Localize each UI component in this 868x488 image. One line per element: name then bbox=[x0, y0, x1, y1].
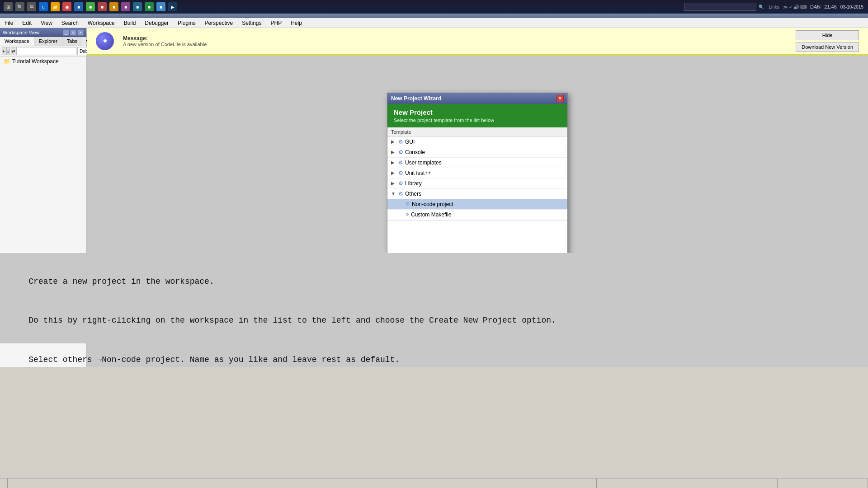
menu-edit[interactable]: Edit bbox=[18, 19, 36, 27]
template-item-gui[interactable]: ▶ ⚙ GUI bbox=[387, 137, 567, 147]
start-button[interactable]: ⊞ bbox=[4, 2, 13, 11]
notification-text: Message: A new version of CodeLite is av… bbox=[123, 35, 787, 47]
template-empty-area bbox=[387, 221, 567, 257]
template-label: Template bbox=[387, 127, 567, 137]
panel-controls: _ ≡ × bbox=[63, 29, 84, 36]
tree-item-workspace[interactable]: 📁 Tutorial Workspace bbox=[0, 56, 86, 66]
gear-icon-makefile: ⚙ bbox=[406, 212, 409, 217]
workspace-tree-icon: 📁 bbox=[4, 58, 10, 65]
instruction-text: Create a new project in the workspace. D… bbox=[9, 262, 859, 379]
folder-icon[interactable]: 📁 bbox=[51, 2, 60, 11]
gear-icon-unittest: ⚙ bbox=[398, 170, 403, 176]
notification-icon: ✦ bbox=[96, 32, 114, 50]
template-label-console: Console bbox=[405, 149, 425, 155]
search-taskbar-icon[interactable]: 🔍 bbox=[15, 2, 24, 11]
message-label: Message: bbox=[123, 35, 787, 42]
instruction-line2: Do this by right-clicking on the workspa… bbox=[28, 316, 556, 325]
template-item-custom-makefile[interactable]: ▶ ⚙ Custom Makefile bbox=[387, 210, 567, 220]
menu-workspace[interactable]: Workspace bbox=[83, 19, 119, 27]
steam-icon[interactable]: ▶ bbox=[168, 2, 177, 11]
menu-php[interactable]: PHP bbox=[266, 19, 287, 27]
workspace-tabs: Workspace Explorer Tabs ▼ bbox=[0, 37, 86, 46]
status-segment-2 bbox=[8, 479, 597, 488]
menu-debugger[interactable]: Debugger bbox=[140, 19, 173, 27]
status-bar bbox=[0, 478, 868, 488]
status-segment-3 bbox=[597, 479, 687, 488]
taskbar-search-input[interactable] bbox=[684, 3, 756, 11]
toolbar-home-btn[interactable]: ⌂ bbox=[6, 47, 10, 55]
tab-explorer[interactable]: Explorer bbox=[34, 37, 62, 46]
menu-plugins[interactable]: Plugins bbox=[173, 19, 200, 27]
instruction-area: Create a new project in the workspace. D… bbox=[0, 253, 868, 343]
app8-icon[interactable]: ■ bbox=[156, 2, 165, 11]
menu-build[interactable]: Build bbox=[119, 19, 141, 27]
workspace-panel-title: Workspace View bbox=[3, 30, 40, 35]
menu-help[interactable]: Help bbox=[286, 19, 307, 27]
codelite-logo-icon: ✦ bbox=[102, 36, 108, 46]
ie-icon[interactable]: e bbox=[39, 2, 48, 11]
status-segment-1 bbox=[0, 479, 8, 488]
hide-button[interactable]: Hide bbox=[796, 30, 859, 40]
toolbar-sync-btn[interactable]: ⇄ bbox=[11, 47, 15, 55]
template-label-gui: GUI bbox=[405, 139, 415, 145]
taskbar-search-button[interactable]: 🔍 bbox=[759, 5, 764, 9]
template-label-unittest: UnitTest++ bbox=[405, 170, 431, 176]
task-view-icon[interactable]: ⧉ bbox=[27, 2, 36, 11]
workspace-path-input[interactable] bbox=[16, 47, 76, 55]
gear-icon-others: ⚙ bbox=[398, 191, 403, 197]
template-label-makefile: Custom Makefile bbox=[411, 211, 451, 218]
template-item-console[interactable]: ▶ ⚙ Console bbox=[387, 147, 567, 158]
panel-minimize-btn[interactable]: _ bbox=[63, 29, 69, 36]
menu-bar: File Edit View Search Workspace Build De… bbox=[0, 18, 868, 28]
template-item-others[interactable]: ▼ ⚙ Others bbox=[387, 189, 567, 199]
instruction-line1: Create a new project in the workspace. bbox=[28, 277, 214, 286]
taskbar-icons: ⊞ 🔍 ⧉ e 📁 ◉ ■ ■ ■ ■ ■ ■ ■ ■ ▶ bbox=[0, 2, 181, 11]
template-item-non-code[interactable]: ▶ ⚙ Non-code project bbox=[387, 199, 567, 210]
menu-file[interactable]: File bbox=[0, 19, 18, 27]
app2-icon[interactable]: ■ bbox=[86, 2, 95, 11]
workspace-panel-header: Workspace View _ ≡ × bbox=[0, 28, 86, 37]
download-new-version-button[interactable]: Download New Version bbox=[796, 42, 859, 52]
template-item-unittest[interactable]: ▶ ⚙ UnitTest++ bbox=[387, 168, 567, 178]
instruction-line3: Select others →Non-code project. Name as… bbox=[28, 355, 400, 364]
panel-settings-btn[interactable]: ≡ bbox=[70, 29, 76, 36]
toolbar-add-btn[interactable]: + bbox=[2, 47, 5, 55]
app7-icon[interactable]: ■ bbox=[145, 2, 154, 11]
system-icons: ≫ ✓ 🔊 ⌨ bbox=[783, 5, 807, 9]
message-content: A new version of CodeLite is available bbox=[123, 42, 787, 47]
app4-icon[interactable]: ■ bbox=[109, 2, 118, 11]
gear-icon-non-code: ⚙ bbox=[406, 201, 410, 207]
menu-view[interactable]: View bbox=[36, 19, 57, 27]
status-segment-5 bbox=[778, 479, 868, 488]
menu-perspective[interactable]: Perspective bbox=[200, 19, 237, 27]
clock: 21:46 bbox=[824, 4, 837, 9]
template-item-user-templates[interactable]: ▶ ⚙ User templates bbox=[387, 158, 567, 168]
taskbar: ⊞ 🔍 ⧉ e 📁 ◉ ■ ■ ■ ■ ■ ■ ■ ■ ▶ 🔍 Links ≫ … bbox=[0, 0, 868, 14]
app3-icon[interactable]: ■ bbox=[98, 2, 107, 11]
dialog-header-title: New Project bbox=[394, 108, 561, 116]
dialog-close-button[interactable]: × bbox=[557, 95, 564, 102]
chevron-right-icon-console: ▶ bbox=[391, 150, 396, 155]
user-label: DAN bbox=[810, 4, 821, 9]
chevron-right-icon-library: ▶ bbox=[391, 181, 396, 186]
app6-icon[interactable]: ■ bbox=[133, 2, 142, 11]
dialog-header-subtitle: Select the project template from the lis… bbox=[394, 117, 561, 123]
panel-close-btn[interactable]: × bbox=[77, 29, 84, 36]
notification-bar: ✦ Message: A new version of CodeLite is … bbox=[87, 28, 868, 55]
tab-workspace[interactable]: Workspace bbox=[0, 37, 34, 46]
template-item-library[interactable]: ▶ ⚙ Library bbox=[387, 178, 567, 189]
tab-tabs[interactable]: Tabs bbox=[62, 37, 82, 46]
menu-settings[interactable]: Settings bbox=[237, 19, 266, 27]
menu-search[interactable]: Search bbox=[57, 19, 83, 27]
dialog-title: New Project Wizard bbox=[391, 95, 441, 102]
notification-buttons: Hide Download New Version bbox=[796, 30, 859, 52]
chevron-down-icon-others: ▼ bbox=[391, 191, 396, 196]
gear-icon-library: ⚙ bbox=[398, 180, 403, 187]
chrome-icon[interactable]: ◉ bbox=[62, 2, 71, 11]
new-project-wizard-dialog: New Project Wizard × New Project Select … bbox=[387, 93, 568, 276]
gear-icon-console: ⚙ bbox=[398, 149, 403, 155]
app1-icon[interactable]: ■ bbox=[74, 2, 83, 11]
date: 03-10-2015 bbox=[840, 5, 863, 9]
dialog-header: New Project Select the project template … bbox=[387, 104, 567, 127]
app5-icon[interactable]: ■ bbox=[121, 2, 130, 11]
